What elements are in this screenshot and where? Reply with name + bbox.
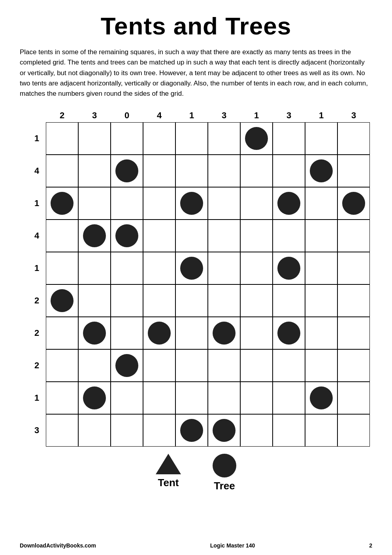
grid-cell[interactable] [305, 252, 337, 284]
grid-cell[interactable] [337, 252, 370, 284]
grid-cell[interactable] [240, 252, 273, 284]
grid-cell[interactable] [273, 187, 305, 220]
grid-cell[interactable] [273, 284, 305, 317]
grid-cell[interactable] [305, 220, 337, 252]
grid-cell[interactable] [78, 414, 111, 447]
grid-cell[interactable] [273, 122, 305, 155]
grid-cell[interactable] [208, 349, 240, 382]
grid-cell[interactable] [143, 187, 175, 220]
grid-cell[interactable] [78, 349, 111, 382]
grid-cell[interactable] [175, 155, 208, 187]
grid-cell[interactable] [273, 252, 305, 284]
grid-cell[interactable] [78, 252, 111, 284]
grid-cell[interactable] [46, 349, 78, 382]
grid-cell[interactable] [305, 122, 337, 155]
grid-cell[interactable] [273, 414, 305, 447]
grid-cell[interactable] [337, 220, 370, 252]
grid-cell[interactable] [337, 414, 370, 447]
grid-cell[interactable] [143, 382, 175, 414]
grid-cell[interactable] [143, 155, 175, 187]
grid-cell[interactable] [111, 220, 143, 252]
grid-cell[interactable] [111, 252, 143, 284]
grid-cell[interactable] [208, 317, 240, 349]
grid-cell[interactable] [143, 122, 175, 155]
grid-cell[interactable] [305, 155, 337, 187]
grid-cell[interactable] [273, 155, 305, 187]
grid-cell[interactable] [208, 155, 240, 187]
grid-cell[interactable] [111, 155, 143, 187]
grid-cell[interactable] [175, 187, 208, 220]
grid-cell[interactable] [78, 382, 111, 414]
grid-cell[interactable] [305, 187, 337, 220]
grid-cell[interactable] [208, 252, 240, 284]
grid-cell[interactable] [46, 252, 78, 284]
grid-cell[interactable] [305, 284, 337, 317]
grid-cell[interactable] [337, 187, 370, 220]
grid-cell[interactable] [273, 220, 305, 252]
grid-cell[interactable] [175, 317, 208, 349]
grid-cell[interactable] [240, 414, 273, 447]
grid-cell[interactable] [143, 414, 175, 447]
grid-cell[interactable] [143, 220, 175, 252]
grid-cell[interactable] [273, 382, 305, 414]
grid-cell[interactable] [46, 317, 78, 349]
grid-cell[interactable] [46, 382, 78, 414]
grid-cell[interactable] [305, 382, 337, 414]
grid-cell[interactable] [111, 317, 143, 349]
grid-cell[interactable] [337, 349, 370, 382]
grid-cell[interactable] [273, 317, 305, 349]
grid-cell[interactable] [143, 284, 175, 317]
grid-cell[interactable] [273, 349, 305, 382]
grid-cell[interactable] [46, 414, 78, 447]
grid-cell[interactable] [111, 414, 143, 447]
grid-cell[interactable] [143, 252, 175, 284]
grid-cell[interactable] [337, 382, 370, 414]
grid-cell[interactable] [111, 284, 143, 317]
grid-cell[interactable] [305, 349, 337, 382]
grid-cell[interactable] [240, 349, 273, 382]
grid-cell[interactable] [46, 284, 78, 317]
grid-cell[interactable] [175, 414, 208, 447]
grid-cell[interactable] [111, 122, 143, 155]
grid-cell[interactable] [78, 317, 111, 349]
grid-cell[interactable] [240, 382, 273, 414]
grid-cell[interactable] [240, 187, 273, 220]
grid-cell[interactable] [111, 187, 143, 220]
grid-cell[interactable] [46, 220, 78, 252]
grid-cell[interactable] [240, 317, 273, 349]
grid-cell[interactable] [111, 349, 143, 382]
grid-cell[interactable] [111, 382, 143, 414]
grid-cell[interactable] [208, 382, 240, 414]
grid-cell[interactable] [208, 187, 240, 220]
grid-cell[interactable] [208, 220, 240, 252]
grid-cell[interactable] [305, 317, 337, 349]
grid-cell[interactable] [337, 122, 370, 155]
grid-cell[interactable] [208, 122, 240, 155]
grid-cell[interactable] [46, 187, 78, 220]
grid-cell[interactable] [46, 122, 78, 155]
grid-cell[interactable] [337, 284, 370, 317]
grid-cell[interactable] [78, 220, 111, 252]
grid-cell[interactable] [240, 122, 273, 155]
grid-cell[interactable] [143, 349, 175, 382]
grid-cell[interactable] [78, 187, 111, 220]
grid-cell[interactable] [46, 155, 78, 187]
grid-cell[interactable] [175, 122, 208, 155]
grid-cell[interactable] [78, 284, 111, 317]
grid-cell[interactable] [240, 155, 273, 187]
grid-cell[interactable] [175, 252, 208, 284]
grid-cell[interactable] [175, 220, 208, 252]
grid-cell[interactable] [78, 122, 111, 155]
grid-cell[interactable] [337, 317, 370, 349]
grid-cell[interactable] [175, 284, 208, 317]
grid-cell[interactable] [240, 284, 273, 317]
grid-cell[interactable] [240, 220, 273, 252]
grid-cell[interactable] [208, 414, 240, 447]
grid-cell[interactable] [78, 155, 111, 187]
grid-cell[interactable] [143, 317, 175, 349]
grid-cell[interactable] [305, 414, 337, 447]
grid-cell[interactable] [175, 349, 208, 382]
grid-cell[interactable] [337, 155, 370, 187]
grid-cell[interactable] [175, 382, 208, 414]
grid-cell[interactable] [208, 284, 240, 317]
